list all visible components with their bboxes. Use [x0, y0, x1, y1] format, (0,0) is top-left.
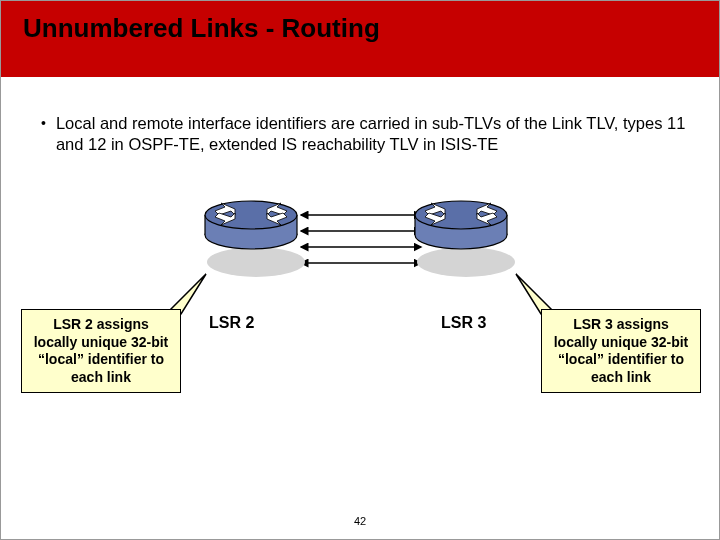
- network-diagram: LSR 2 assigns locally unique 32-bit “loc…: [1, 201, 720, 371]
- bullet-marker: •: [41, 115, 46, 154]
- label-lsr3: LSR 3: [441, 314, 486, 332]
- router-lsr3: [411, 191, 521, 281]
- bullet-text: Local and remote interface identifiers a…: [56, 113, 689, 154]
- svg-marker-15: [516, 274, 556, 314]
- slide: Unnumbered Links - Routing • Local and r…: [0, 0, 720, 540]
- callout-lsr2: LSR 2 assigns locally unique 32-bit “loc…: [21, 309, 181, 393]
- router-shadow: [207, 247, 305, 277]
- router-icon: [201, 191, 301, 251]
- router-icon: [411, 191, 511, 251]
- links-svg: [296, 205, 426, 285]
- page-number: 42: [354, 515, 366, 527]
- slide-title: Unnumbered Links - Routing: [23, 13, 380, 44]
- callout-lsr3: LSR 3 assigns locally unique 32-bit “loc…: [541, 309, 701, 393]
- svg-marker-14: [166, 274, 206, 314]
- router-lsr2: [201, 191, 311, 281]
- links-group: [301, 209, 421, 273]
- bullet-item: • Local and remote interface identifiers…: [41, 113, 689, 154]
